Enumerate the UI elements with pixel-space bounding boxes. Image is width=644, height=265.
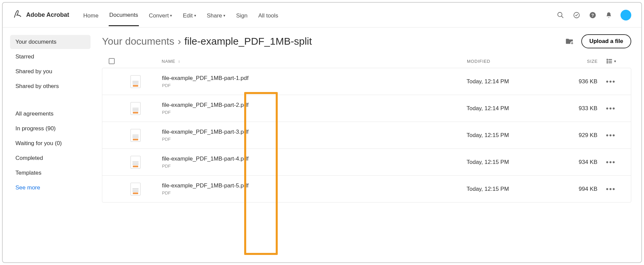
file-modified: Today, 12:15 PM [467,159,554,166]
more-actions-icon[interactable]: ••• [606,104,615,113]
chevron-down-icon: ▾ [223,13,225,18]
column-size[interactable]: SIZE [554,59,598,64]
sidebar: Your documents Starred Shared by you Sha… [3,28,100,262]
more-actions-icon[interactable]: ••• [606,77,615,86]
nav-edit-label: Edit [183,12,193,19]
svg-text:?: ? [591,12,594,17]
file-size: 994 KB [554,186,597,192]
column-modified[interactable]: MODIFIED [467,59,554,64]
nav-home[interactable]: Home [83,4,99,26]
chevron-down-icon: ▾ [194,13,196,18]
top-nav: Adobe Acrobat Home Documents Convert ▾ E… [3,3,641,28]
more-actions-icon[interactable]: ••• [606,158,615,167]
file-modified: Today, 12:15 PM [467,186,554,192]
file-thumbnail-icon [130,183,141,195]
nav-sign[interactable]: Sign [235,4,248,26]
nav-items: Home Documents Convert ▾ Edit ▾ Share ▾ … [83,4,279,26]
brand: Adobe Acrobat [13,10,69,20]
brand-title: Adobe Acrobat [26,11,69,18]
file-name: file-example_PDF_1MB-part-2.pdf [162,102,249,108]
sidebar-item-shared-by-others[interactable]: Shared by others [10,79,91,93]
nav-documents[interactable]: Documents [109,4,139,26]
svg-point-10 [607,61,607,61]
acrobat-logo-icon [13,10,22,20]
file-thumbnail-icon [130,75,141,88]
sidebar-item-starred[interactable]: Starred [10,50,91,64]
file-name: file-example_PDF_1MB-part-1.pdf [162,75,249,82]
file-thumbnail-icon [130,129,141,142]
breadcrumb-root[interactable]: Your documents [102,36,174,47]
view-toggle[interactable]: ▾ [606,58,616,64]
nav-convert-label: Convert [149,12,169,19]
file-name: file-example_PDF_1MB-part-5.pdf [162,182,249,189]
file-type: PDF [162,83,249,88]
list-header: NAME ↓ MODIFIED SIZE ▾ [102,54,631,68]
sidebar-item-shared-by-you[interactable]: Shared by you [10,64,91,79]
breadcrumb-current: file-example_PDF_1MB-split [184,36,312,47]
file-row[interactable]: file-example_PDF_1MB-part-4.pdf PDF Toda… [102,149,631,176]
file-row[interactable]: file-example_PDF_1MB-part-5.pdf PDF Toda… [102,176,631,202]
sidebar-item-in-progress[interactable]: In progress (90) [10,122,91,136]
nav-edit[interactable]: Edit ▾ [182,4,197,26]
breadcrumb-separator: › [178,36,181,47]
column-name[interactable]: NAME ↓ [162,59,467,64]
add-folder-icon[interactable] [565,37,574,46]
file-row[interactable]: file-example_PDF_1MB-part-2.pdf PDF Toda… [102,95,631,122]
file-modified: Today, 12:14 PM [467,78,554,85]
topnav-right: ? [556,10,631,20]
file-size: 929 KB [554,132,597,139]
notifications-icon[interactable] [604,11,613,19]
breadcrumb: Your documents › file-example_PDF_1MB-sp… [102,36,312,47]
chevron-down-icon: ▾ [170,13,172,18]
sidebar-item-completed[interactable]: Completed [10,151,91,165]
nav-share[interactable]: Share ▾ [206,4,226,26]
file-row[interactable]: file-example_PDF_1MB-part-3.pdf PDF Toda… [102,122,631,149]
file-modified: Today, 12:14 PM [467,105,554,112]
column-name-label: NAME [162,59,175,64]
svg-point-11 [607,62,607,63]
tasks-icon[interactable] [572,11,581,19]
file-modified: Today, 12:15 PM [467,132,554,139]
sort-arrow-down-icon: ↓ [178,59,180,63]
file-size: 934 KB [554,159,597,166]
search-icon[interactable] [556,11,565,19]
chevron-down-icon: ▾ [614,59,616,63]
more-actions-icon[interactable]: ••• [606,131,615,140]
sidebar-see-more[interactable]: See more [10,181,91,195]
sidebar-item-all-agreements[interactable]: All agreements [10,107,91,121]
svg-point-9 [607,59,607,60]
file-thumbnail-icon [130,102,141,115]
file-name: file-example_PDF_1MB-part-4.pdf [162,156,249,162]
file-size: 933 KB [554,105,597,112]
select-all-checkbox[interactable] [109,58,115,64]
file-thumbnail-icon [130,156,141,169]
nav-all-tools[interactable]: All tools [258,4,279,26]
upload-button[interactable]: Upload a file [581,34,631,48]
user-avatar[interactable] [621,10,631,20]
svg-point-0 [558,12,562,16]
file-type: PDF [162,164,249,169]
content: Your documents › file-example_PDF_1MB-sp… [100,28,641,262]
sidebar-item-your-documents[interactable]: Your documents [10,35,91,49]
more-actions-icon[interactable]: ••• [606,185,615,193]
help-icon[interactable]: ? [588,11,597,19]
file-type: PDF [162,137,249,142]
file-list: file-example_PDF_1MB-part-1.pdf PDF Toda… [102,68,631,203]
sidebar-item-templates[interactable]: Templates [10,166,91,180]
file-type: PDF [162,190,249,195]
content-header: Your documents › file-example_PDF_1MB-sp… [102,34,631,48]
sidebar-item-waiting-for-you[interactable]: Waiting for you (0) [10,136,91,150]
nav-share-label: Share [207,12,222,19]
svg-line-1 [561,16,564,18]
file-size: 936 KB [554,78,597,85]
nav-convert[interactable]: Convert ▾ [148,4,173,26]
file-type: PDF [162,110,249,115]
file-row[interactable]: file-example_PDF_1MB-part-1.pdf PDF Toda… [102,68,631,95]
header-actions: Upload a file [565,34,631,48]
file-name: file-example_PDF_1MB-part-3.pdf [162,129,249,135]
